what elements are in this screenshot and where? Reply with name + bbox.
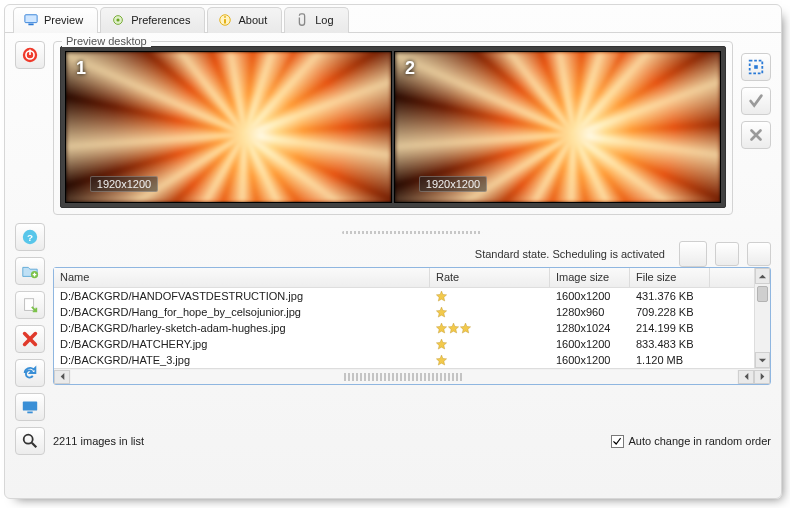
cell-rate	[430, 291, 550, 302]
cell-rate	[430, 307, 550, 318]
table-row[interactable]: D:/BACKGRD/Hang_for_hope_by_celsojunior.…	[54, 304, 770, 320]
status-text: Standard state. Scheduling is activated	[53, 248, 671, 260]
random-order-label: Auto change in random order	[629, 435, 771, 447]
col-file-size[interactable]: File size	[630, 268, 710, 287]
monitor-resolution: 1920x1200	[419, 176, 487, 192]
scroll-thumb[interactable]	[757, 286, 768, 302]
svg-point-6	[225, 16, 227, 18]
col-name[interactable]: Name	[54, 268, 430, 287]
schedule-button[interactable]	[679, 241, 707, 267]
display-button[interactable]	[15, 393, 45, 421]
check-icon	[747, 92, 765, 110]
scroll-left2-icon[interactable]	[738, 370, 754, 384]
scroll-left-icon[interactable]	[54, 370, 70, 384]
table-row[interactable]: D:/BACKGRD/HATE_3.jpg1600x12001.120 MB	[54, 352, 770, 368]
power-icon	[21, 46, 39, 64]
help-button[interactable]: ?	[15, 223, 45, 251]
tab-label: Preferences	[131, 14, 190, 26]
vertical-scrollbar[interactable]	[754, 268, 770, 368]
reject-button[interactable]	[741, 121, 771, 149]
monitor-number: 1	[76, 58, 86, 79]
cell-image-size: 1600x1200	[550, 354, 630, 366]
gear-icon	[111, 13, 125, 27]
horizontal-scrollbar[interactable]	[54, 368, 770, 384]
tab-preferences[interactable]: Preferences	[100, 7, 205, 33]
monitor-2[interactable]: 2 1920x1200	[394, 51, 721, 203]
folder-add-icon	[21, 262, 39, 280]
scroll-right-icon[interactable]	[754, 370, 770, 384]
cell-rate	[430, 339, 550, 350]
col-rate[interactable]: Rate	[430, 268, 550, 287]
cell-file-size: 214.199 KB	[630, 322, 710, 334]
cell-name: D:/BACKGRD/HANDOFVASTDESTRUCTION.jpg	[54, 290, 430, 302]
col-image-size[interactable]: Image size	[550, 268, 630, 287]
expand-button[interactable]	[741, 53, 771, 81]
list-header: Name Rate Image size File size	[54, 268, 770, 288]
scroll-down-icon[interactable]	[755, 352, 770, 368]
cell-name: D:/BACKGRD/HATE_3.jpg	[54, 354, 430, 366]
cell-name: D:/BACKGRD/HATCHERY.jpg	[54, 338, 430, 350]
svg-point-22	[24, 435, 33, 444]
cell-image-size: 1280x1024	[550, 322, 630, 334]
cell-file-size: 833.483 KB	[630, 338, 710, 350]
delete-icon	[21, 330, 39, 348]
svg-line-23	[32, 443, 37, 448]
cell-rate	[430, 323, 550, 334]
export-button[interactable]	[15, 291, 45, 319]
random-order-checkbox[interactable]: Auto change in random order	[611, 435, 771, 448]
cell-name: D:/BACKGRD/harley-sketch-adam-hughes.jpg	[54, 322, 430, 334]
search-button[interactable]	[15, 427, 45, 455]
table-row[interactable]: D:/BACKGRD/HATCHERY.jpg1600x1200833.483 …	[54, 336, 770, 352]
status-bar: Standard state. Scheduling is activated	[53, 241, 771, 267]
preview-legend: Preview desktop	[62, 35, 151, 47]
add-folder-button[interactable]	[15, 257, 45, 285]
cell-file-size: 431.376 KB	[630, 290, 710, 302]
cell-rate	[430, 355, 550, 366]
refresh-button[interactable]	[15, 359, 45, 387]
svg-rect-0	[25, 15, 37, 23]
svg-point-3	[117, 18, 120, 21]
app-window: Preview Preferences About Log Preview de…	[4, 4, 782, 499]
cell-name: D:/BACKGRD/Hang_for_hope_by_celsojunior.…	[54, 306, 430, 318]
cell-file-size: 1.120 MB	[630, 354, 710, 366]
help-icon: ?	[21, 228, 39, 246]
columns-button[interactable]	[747, 242, 771, 266]
svg-rect-16	[23, 402, 37, 411]
tab-label: Preview	[44, 14, 83, 26]
expand-icon	[747, 58, 765, 76]
clip-icon	[295, 13, 309, 27]
checkbox-icon	[611, 435, 624, 448]
monitor-1[interactable]: 1 1920x1200	[65, 51, 392, 203]
svg-rect-15	[25, 299, 34, 311]
monitor-resolution: 1920x1200	[90, 176, 158, 192]
svg-text:?: ?	[27, 232, 33, 243]
accept-button[interactable]	[741, 87, 771, 115]
preview-fieldset: Preview desktop 1 1920x1200 2 1920x1200	[53, 41, 733, 215]
monitor-icon	[24, 13, 38, 27]
table-row[interactable]: D:/BACKGRD/harley-sketch-adam-hughes.jpg…	[54, 320, 770, 336]
display-icon	[21, 398, 39, 416]
tab-label: About	[238, 14, 267, 26]
tab-preview[interactable]: Preview	[13, 7, 98, 33]
list-body: D:/BACKGRD/HANDOFVASTDESTRUCTION.jpg1600…	[54, 288, 770, 368]
image-count-text: 2211 images in list	[53, 435, 144, 447]
cell-file-size: 709.228 KB	[630, 306, 710, 318]
delete-button[interactable]	[15, 325, 45, 353]
scroll-up-icon[interactable]	[755, 268, 770, 284]
cell-image-size: 1280x960	[550, 306, 630, 318]
tab-about[interactable]: About	[207, 7, 282, 33]
tab-bar: Preview Preferences About Log	[5, 5, 781, 33]
info-icon	[218, 13, 232, 27]
calendar-button[interactable]	[715, 242, 739, 266]
svg-rect-11	[754, 65, 758, 69]
tab-log[interactable]: Log	[284, 7, 348, 33]
table-row[interactable]: D:/BACKGRD/HANDOFVASTDESTRUCTION.jpg1600…	[54, 288, 770, 304]
svg-rect-1	[28, 24, 33, 26]
splitter-handle[interactable]	[53, 229, 771, 235]
cell-image-size: 1600x1200	[550, 338, 630, 350]
tab-content: Preview desktop 1 1920x1200 2 1920x1200	[5, 33, 781, 498]
svg-rect-17	[27, 412, 32, 414]
power-button[interactable]	[15, 41, 45, 69]
cell-image-size: 1600x1200	[550, 290, 630, 302]
image-list[interactable]: Name Rate Image size File size D:/BACKGR…	[53, 267, 771, 385]
